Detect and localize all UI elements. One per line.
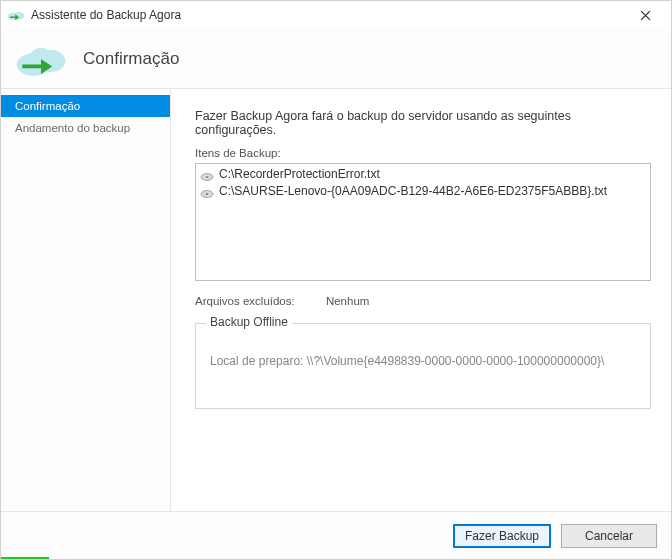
wizard-body: Confirmação Andamento do backup Fazer Ba…: [1, 89, 671, 511]
cloud-backup-icon: [13, 39, 69, 79]
wizard-steps: Confirmação Andamento do backup: [1, 89, 171, 511]
file-path: C:\RecorderProtectionError.txt: [219, 166, 380, 183]
excluded-value: Nenhum: [326, 295, 369, 307]
backup-items-label: Itens de Backup:: [195, 147, 651, 159]
disk-icon: [200, 187, 214, 197]
list-item[interactable]: C:\SAURSE-Lenovo-{0AA09ADC-B129-44B2-A6E…: [198, 183, 648, 200]
step-progress[interactable]: Andamento do backup: [1, 117, 170, 139]
excluded-label: Arquivos excluídos:: [195, 295, 295, 307]
staging-path: \\?\Volume{e4498839-0000-0000-0000-10000…: [307, 354, 605, 368]
step-label: Andamento do backup: [15, 122, 130, 134]
main-panel: Fazer Backup Agora fará o backup do serv…: [171, 89, 671, 511]
excluded-files-row: Arquivos excluídos: Nenhum: [195, 295, 651, 307]
intro-text: Fazer Backup Agora fará o backup do serv…: [195, 109, 651, 137]
file-path: C:\SAURSE-Lenovo-{0AA09ADC-B129-44B2-A6E…: [219, 183, 607, 200]
step-label: Confirmação: [15, 100, 80, 112]
cancel-button[interactable]: Cancelar: [561, 524, 657, 548]
header: Confirmação: [1, 29, 671, 89]
window-title: Assistente do Backup Agora: [31, 8, 625, 22]
list-item[interactable]: C:\RecorderProtectionError.txt: [198, 166, 648, 183]
backup-items-list[interactable]: C:\RecorderProtectionError.txt C:\SAURSE…: [195, 163, 651, 281]
svg-point-8: [206, 193, 209, 195]
svg-point-6: [206, 176, 209, 178]
footer: Fazer Backup Cancelar: [1, 511, 671, 559]
app-icon: [7, 8, 25, 22]
titlebar: Assistente do Backup Agora: [1, 1, 671, 29]
step-confirmation[interactable]: Confirmação: [1, 95, 170, 117]
disk-icon: [200, 170, 214, 180]
accent-bar: [1, 557, 49, 559]
offline-backup-group: Backup Offline Local de preparo: \\?\Vol…: [195, 323, 651, 409]
staging-location: Local de preparo: \\?\Volume{e4498839-00…: [210, 354, 636, 368]
do-backup-button[interactable]: Fazer Backup: [453, 524, 551, 548]
close-button[interactable]: [625, 1, 665, 29]
page-title: Confirmação: [83, 49, 179, 69]
staging-label: Local de preparo:: [210, 354, 303, 368]
offline-backup-title: Backup Offline: [206, 315, 292, 329]
